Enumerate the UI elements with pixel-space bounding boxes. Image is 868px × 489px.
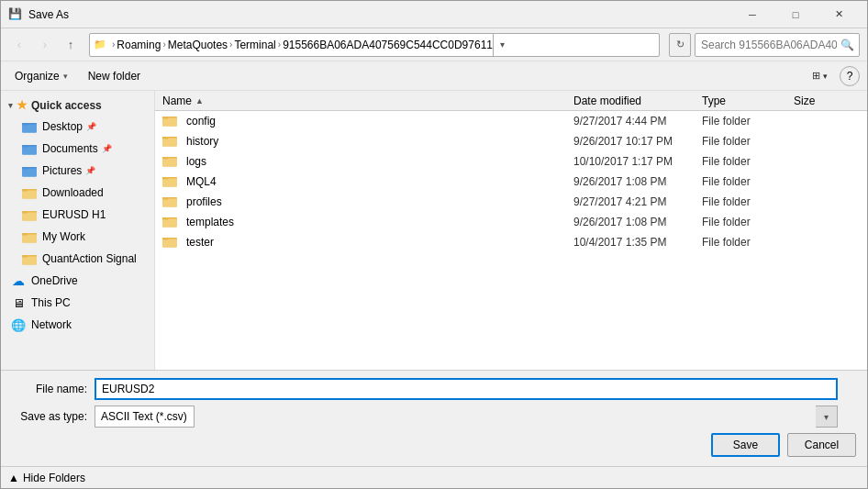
- table-row[interactable]: MQL4 9/26/2017 1:08 PM File folder: [155, 172, 867, 192]
- forward-icon: ›: [43, 38, 47, 51]
- pin-icon-docs: 📌: [102, 144, 112, 153]
- svg-rect-7: [22, 169, 37, 177]
- svg-rect-28: [162, 158, 177, 166]
- pin-icon: 📌: [86, 122, 96, 131]
- view-icon: ⊞: [812, 70, 820, 81]
- select-dropdown-icon: ▾: [816, 406, 838, 428]
- documents-folder-icon: [22, 141, 37, 156]
- breadcrumb-item-roaming[interactable]: Roaming: [117, 39, 161, 51]
- chevron-down-icon: ▾: [8, 101, 13, 110]
- filename-input[interactable]: [95, 378, 838, 400]
- folder-icon-templates: [162, 215, 177, 229]
- sidebar-item-pictures[interactable]: Pictures 📌: [3, 160, 152, 182]
- sidebar-item-eurusd[interactable]: EURUSD H1: [3, 204, 152, 226]
- svg-rect-14: [22, 211, 28, 213]
- back-button[interactable]: ‹: [8, 34, 30, 56]
- view-dropdown-icon: ▾: [823, 72, 828, 81]
- folder-icon-logs: [162, 154, 177, 169]
- breadcrumb-item-guid[interactable]: 915566BA06ADA407569C544CC0D97611: [283, 39, 493, 51]
- svg-rect-23: [162, 117, 168, 118]
- breadcrumb-item-terminal[interactable]: Terminal: [234, 39, 275, 51]
- svg-rect-31: [162, 178, 177, 186]
- sidebar-item-thispc[interactable]: 🖥 This PC: [3, 292, 152, 314]
- file-list-header: Name ▲ Date modified Type Size: [155, 91, 867, 111]
- organize-button[interactable]: Organize ▾: [8, 67, 74, 85]
- table-row[interactable]: history 9/26/2017 10:17 PM File folder: [155, 131, 867, 151]
- mywork-folder-icon: [22, 229, 37, 244]
- table-row[interactable]: logs 10/10/2017 1:17 PM File folder: [155, 151, 867, 172]
- table-row[interactable]: tester 10/4/2017 1:35 PM File folder: [155, 232, 867, 252]
- breadcrumb-item-metaquotes[interactable]: MetaQuotes: [168, 39, 228, 51]
- svg-rect-5: [22, 145, 28, 147]
- maximize-button[interactable]: □: [774, 6, 817, 24]
- new-folder-button[interactable]: New folder: [82, 67, 147, 85]
- filetype-row: Save as type: ASCII Text (*.csv)CSV (*.c…: [12, 406, 856, 428]
- onedrive-icon: ☁: [11, 273, 26, 288]
- breadcrumb-item-0: 📁: [94, 39, 110, 50]
- network-icon: 🌐: [11, 317, 26, 332]
- sidebar-item-onedrive[interactable]: ☁ OneDrive: [3, 270, 152, 292]
- sidebar-item-network[interactable]: 🌐 Network: [3, 314, 152, 336]
- table-row[interactable]: config 9/27/2017 4:44 PM File folder: [155, 111, 867, 131]
- svg-rect-8: [22, 167, 28, 169]
- back-icon: ‹: [17, 38, 21, 51]
- svg-rect-26: [162, 137, 168, 139]
- filename-row: File name:: [12, 378, 856, 400]
- sort-icon: ▲: [195, 96, 204, 106]
- search-wrapper: 🔍: [695, 33, 860, 57]
- svg-rect-38: [162, 217, 168, 219]
- organize-dropdown-icon: ▾: [63, 72, 68, 81]
- svg-rect-13: [22, 213, 37, 221]
- view-options-button[interactable]: ⊞ ▾: [807, 67, 832, 84]
- sidebar-item-mywork[interactable]: My Work: [3, 226, 152, 248]
- window-title: Save As: [28, 8, 731, 21]
- svg-rect-19: [22, 257, 37, 265]
- breadcrumb-bar: 📁 › Roaming › MetaQuotes › Terminal › 91…: [89, 33, 660, 57]
- hide-folders-bar: ▲ Hide Folders: [1, 466, 867, 488]
- breadcrumb-dropdown-button[interactable]: ▾: [493, 33, 511, 57]
- svg-rect-35: [162, 197, 168, 199]
- folder-icon-config: [162, 114, 177, 128]
- cancel-button[interactable]: Cancel: [787, 433, 856, 457]
- table-row[interactable]: templates 9/26/2017 1:08 PM File folder: [155, 212, 867, 232]
- search-input[interactable]: [695, 33, 860, 57]
- svg-rect-34: [162, 198, 177, 206]
- table-row[interactable]: profiles 9/27/2017 4:21 PM File folder: [155, 192, 867, 212]
- filetype-select[interactable]: ASCII Text (*.csv)CSV (*.csv)All Files (…: [95, 406, 195, 428]
- refresh-icon: ↻: [676, 39, 684, 50]
- svg-rect-41: [162, 238, 168, 239]
- save-button[interactable]: Save: [711, 433, 780, 457]
- refresh-button[interactable]: ↻: [669, 33, 691, 57]
- sidebar-quick-access-header[interactable]: ▾ ★ Quick access: [1, 94, 154, 116]
- svg-rect-25: [162, 138, 177, 146]
- forward-button[interactable]: ›: [34, 34, 56, 56]
- minimize-button[interactable]: ─: [731, 6, 773, 24]
- quick-access-icon: ★: [17, 98, 28, 112]
- sidebar-item-quantaction[interactable]: QuantAction Signal: [3, 248, 152, 270]
- svg-rect-20: [22, 255, 28, 257]
- pin-icon-pics: 📌: [85, 166, 95, 175]
- chevron-up-icon: ▲: [8, 472, 19, 484]
- sidebar: ▾ ★ Quick access Desktop 📌: [1, 91, 155, 370]
- filetype-select-wrapper: ASCII Text (*.csv)CSV (*.csv)All Files (…: [95, 406, 838, 428]
- svg-rect-17: [22, 233, 28, 235]
- folder-icon-tester: [162, 235, 177, 250]
- svg-rect-37: [162, 218, 177, 227]
- up-button[interactable]: ↑: [60, 34, 82, 56]
- svg-rect-40: [162, 239, 177, 247]
- help-button[interactable]: ?: [840, 66, 860, 86]
- close-button[interactable]: ✕: [818, 6, 860, 24]
- sidebar-item-documents[interactable]: Documents 📌: [3, 138, 152, 160]
- folder-icon-mql4: [162, 174, 177, 189]
- filename-label: File name:: [12, 383, 95, 395]
- window-icon: 💾: [8, 7, 23, 22]
- svg-rect-32: [162, 177, 168, 179]
- svg-rect-22: [162, 117, 177, 126]
- svg-rect-11: [22, 189, 28, 191]
- file-list-area: Name ▲ Date modified Type Size: [155, 91, 867, 370]
- svg-rect-10: [22, 191, 37, 199]
- hide-folders-button[interactable]: ▲ Hide Folders: [8, 472, 85, 484]
- svg-rect-2: [22, 123, 28, 125]
- sidebar-item-downloaded[interactable]: Downloaded: [3, 182, 152, 204]
- sidebar-item-desktop[interactable]: Desktop 📌: [3, 116, 152, 138]
